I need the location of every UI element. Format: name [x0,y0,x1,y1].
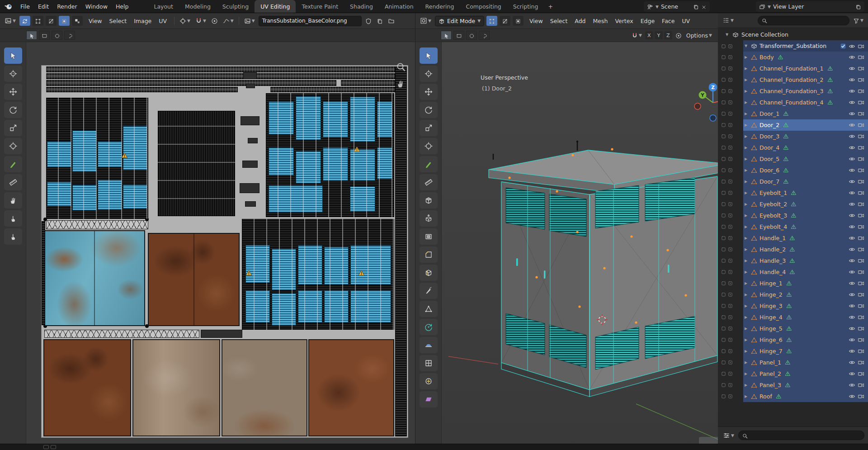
extrude-region-tool[interactable] [420,210,438,227]
viewport-menu-mesh[interactable]: Mesh [590,18,612,24]
shrink-flatten-tool[interactable] [420,373,438,389]
uv-select-mode-edge[interactable] [46,16,57,26]
expand-icon[interactable]: ▶ [743,360,749,365]
snap-button[interactable]: ▼ [630,31,643,40]
hide-viewport-toggle[interactable] [849,65,855,72]
uv-falloff-button[interactable]: ▼ [222,16,235,25]
disable-render-toggle[interactable] [858,133,864,140]
hide-viewport-toggle[interactable] [849,99,855,106]
expand-icon[interactable]: ▶ [743,270,749,274]
disable-render-toggle[interactable] [858,223,864,230]
axis-toggle-y[interactable]: Y [655,31,663,39]
hide-viewport-toggle[interactable] [849,314,855,321]
expand-icon[interactable]: ▶ [743,202,749,206]
rotate-tool[interactable] [4,102,22,118]
outliner-row-channel_foundation_3[interactable]: ▶Channel_Foundation_3 [718,85,868,97]
expand-icon[interactable]: ▶ [743,213,749,218]
vp-select-tweak[interactable] [441,31,452,40]
expand-icon[interactable]: ▶ [743,394,749,398]
uv-proportional-edit-button[interactable] [210,16,219,25]
menu-render[interactable]: Render [53,0,81,13]
gizmo-x-neg-axis[interactable] [694,103,701,109]
uv-select-lasso[interactable] [64,31,75,40]
select-mode-edge[interactable] [500,16,510,26]
expand-icon[interactable]: ▶ [743,293,749,297]
tab-sculpting[interactable]: Sculpting [217,0,255,13]
outliner-row-hinge_1[interactable]: ▶Hinge_1 [718,278,868,289]
hide-viewport-toggle[interactable] [849,54,855,61]
select-mode-vertex[interactable] [486,16,497,26]
new-scene-icon[interactable] [693,3,699,10]
disable-render-toggle[interactable] [858,201,864,208]
poly-build-tool[interactable] [420,301,438,317]
rotate-tool[interactable] [420,102,438,118]
hide-viewport-toggle[interactable] [849,382,855,388]
inset-faces-tool[interactable] [420,228,438,245]
tab-animation[interactable]: Animation [379,0,420,13]
hide-viewport-toggle[interactable] [849,291,855,298]
uv-canvas[interactable] [26,42,415,444]
transform-tool[interactable] [420,138,438,154]
disable-render-toggle[interactable] [858,280,864,287]
image-browse-button[interactable]: ▼ [243,16,256,25]
outliner-row-door_7[interactable]: ▶Door_7 [718,176,868,187]
hide-viewport-toggle[interactable] [849,88,855,95]
outliner-row-eyebolt_4[interactable]: ▶Eyebolt_4 [718,221,868,232]
zoom-icon[interactable] [396,62,406,72]
annotate-tool[interactable] [420,156,438,172]
disable-render-toggle[interactable] [858,370,864,377]
expand-icon[interactable]: ▶ [743,225,749,229]
viewport-menu-vertex[interactable]: Vertex [611,18,637,24]
disable-render-toggle[interactable] [858,156,864,162]
outliner-row-eyebolt_3[interactable]: ▶Eyebolt_3 [718,210,868,221]
outliner-row-door_4[interactable]: ▶Door_4 [718,142,868,153]
hide-viewport-toggle[interactable] [849,212,855,219]
tab-compositing[interactable]: Compositing [460,0,507,13]
expand-icon[interactable]: ▶ [743,281,749,285]
outliner-editor-type-button[interactable]: ▼ [721,16,735,25]
uv-sync-selection-toggle[interactable] [19,16,30,26]
disable-render-toggle[interactable] [858,99,864,106]
smooth-tool[interactable] [420,337,438,353]
outliner-row-handle_1[interactable]: ▶Handle_1 [718,232,868,244]
cursor-tool[interactable] [420,66,438,82]
transform-tool[interactable] [4,138,22,154]
shear-tool[interactable] [420,391,438,407]
disable-render-toggle[interactable] [858,122,864,128]
expand-icon[interactable]: ▶ [743,168,749,172]
expand-icon[interactable]: ▶ [743,55,749,59]
axis-toggle-z[interactable]: Z [664,31,672,39]
expand-icon[interactable]: ▶ [743,191,749,195]
menu-file[interactable]: File [16,0,34,13]
cursor-tool[interactable] [4,66,22,82]
menu-help[interactable]: Help [112,0,133,13]
disable-render-toggle[interactable] [858,144,864,151]
hide-viewport-toggle[interactable] [849,325,855,332]
expand-icon[interactable]: ▶ [743,372,749,376]
outliner-row-channel_foundation_1[interactable]: ▶Channel_Foundation_1 [718,63,868,74]
vp-select-lasso[interactable] [479,31,490,40]
new-image-button[interactable] [375,16,384,25]
viewport-menu-uv[interactable]: UV [678,18,693,24]
disable-render-toggle[interactable] [858,43,864,50]
outliner-row-channel_foundation_4[interactable]: ▶Channel_Foundation_4 [718,97,868,108]
expand-icon[interactable]: ▶ [743,134,749,138]
uv-pivot-button[interactable]: ▼ [178,16,192,25]
expand-icon[interactable]: ▶ [743,157,749,161]
uv-editor-type-button[interactable]: ▼ [3,16,17,26]
viewport-menu-edge[interactable]: Edge [637,18,658,24]
3d-model-transformer-substation[interactable] [442,42,718,444]
outliner-row-eyebolt_2[interactable]: ▶Eyebolt_2 [718,199,868,210]
hide-viewport-toggle[interactable] [849,201,855,208]
viewport-menu-view[interactable]: View [526,18,547,24]
expand-icon[interactable]: ▶ [743,349,749,353]
disable-render-toggle[interactable] [858,359,864,366]
menu-window[interactable]: Window [81,0,112,13]
loop-cut-tool[interactable] [420,265,438,281]
disable-render-toggle[interactable] [858,348,864,355]
disable-render-toggle[interactable] [858,54,864,61]
grab-tool[interactable] [4,192,22,208]
hide-viewport-toggle[interactable] [849,110,855,117]
outliner-row-body[interactable]: ▶Body [718,52,868,63]
axis-toggle-x[interactable]: X [645,31,653,39]
